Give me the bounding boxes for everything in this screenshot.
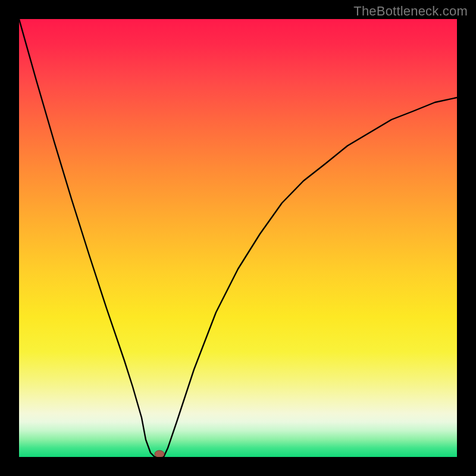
chart-svg	[19, 19, 457, 457]
chart-frame: TheBottleneck.com	[0, 0, 476, 476]
bottleneck-curve	[19, 19, 457, 457]
plot-area	[19, 19, 457, 457]
watermark-text: TheBottleneck.com	[353, 4, 468, 19]
optimum-marker	[155, 450, 164, 457]
